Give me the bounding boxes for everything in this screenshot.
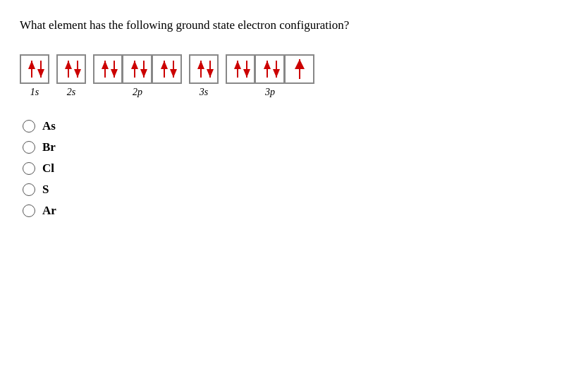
orbital-label-1s: 1s [30,87,39,98]
orbital-box-1s1 [20,54,49,84]
radio-s[interactable] [23,183,35,196]
choice-label-s: S [42,183,49,197]
orbital-group-3s: 3s [189,54,219,98]
radio-cl[interactable] [23,162,35,175]
orbital-boxes-3p [226,54,314,84]
choice-br[interactable]: Br [23,140,568,154]
orbital-label-2s: 2s [67,87,75,98]
orbital-box-3s1 [189,54,219,84]
question-text: What element has the following ground st… [20,17,386,35]
orbital-box-3p3 [285,54,314,84]
choice-label-cl: Cl [42,161,54,176]
choice-ar[interactable]: Ar [23,204,568,218]
orbital-group-3p: 3p [226,54,314,98]
choice-label-as: As [42,119,56,133]
orbital-diagram: 1s 2s [20,54,568,98]
orbital-boxes-2p [93,54,182,84]
choice-cl[interactable]: Cl [23,161,568,176]
orbital-label-3s: 3s [200,87,208,98]
orbital-box-2p1 [93,54,123,84]
orbital-box-2p3 [152,54,182,84]
orbital-group-2s: 2s [56,54,86,98]
orbital-boxes-1s [20,54,49,84]
choice-as[interactable]: As [23,119,568,133]
radio-as[interactable] [23,120,35,133]
radio-br[interactable] [23,141,35,154]
orbital-label-3p: 3p [265,87,275,98]
orbital-box-2p2 [123,54,152,84]
orbital-label-2p: 2p [133,87,142,98]
choice-label-br: Br [42,140,56,154]
orbital-box-3p2 [255,54,285,84]
radio-ar[interactable] [23,204,35,217]
choice-label-ar: Ar [42,204,56,218]
choice-s[interactable]: S [23,183,568,197]
orbital-group-1s: 1s [20,54,49,98]
orbital-boxes-2s [56,54,86,84]
orbital-box-2s1 [56,54,86,84]
orbital-group-2p: 2p [93,54,182,98]
orbital-box-3p1 [226,54,255,84]
orbital-boxes-3s [189,54,219,84]
answer-choices: As Br Cl S Ar [23,119,568,218]
